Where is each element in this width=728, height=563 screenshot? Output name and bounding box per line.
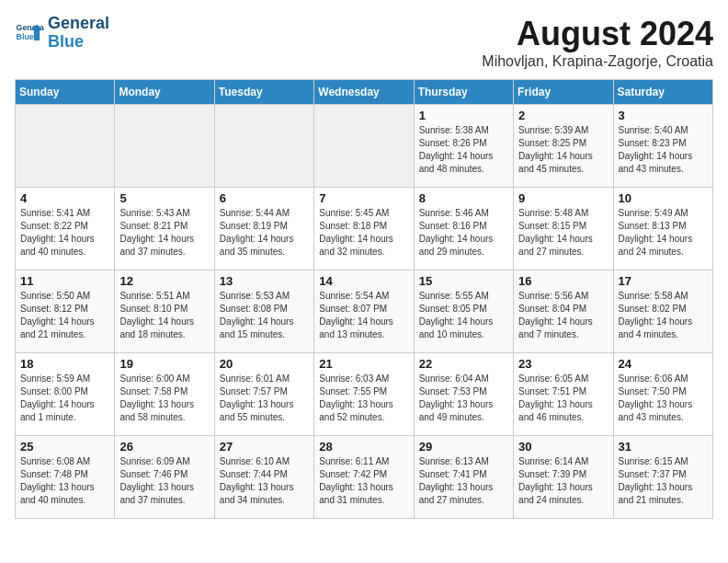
- day-info: Sunrise: 6:14 AM Sunset: 7:39 PM Dayligh…: [518, 455, 608, 507]
- day-header-thursday: Thursday: [414, 80, 513, 105]
- day-number: 12: [119, 274, 209, 288]
- day-info: Sunrise: 5:49 AM Sunset: 8:13 PM Dayligh…: [619, 207, 708, 259]
- calendar-cell: 17Sunrise: 5:58 AM Sunset: 8:02 PM Dayli…: [613, 270, 712, 353]
- calendar-cell: 3Sunrise: 5:40 AM Sunset: 8:23 PM Daylig…: [613, 105, 712, 188]
- day-info: Sunrise: 6:00 AM Sunset: 7:58 PM Dayligh…: [119, 373, 209, 424]
- day-number: 18: [20, 357, 109, 371]
- day-number: 7: [319, 191, 408, 205]
- calendar-table: SundayMondayTuesdayWednesdayThursdayFrid…: [15, 79, 713, 519]
- day-number: 16: [518, 274, 608, 288]
- calendar-cell: [115, 105, 214, 188]
- week-row-1: 1Sunrise: 5:38 AM Sunset: 8:26 PM Daylig…: [16, 105, 713, 188]
- day-info: Sunrise: 6:03 AM Sunset: 7:55 PM Dayligh…: [319, 373, 408, 424]
- calendar-cell: 15Sunrise: 5:55 AM Sunset: 8:05 PM Dayli…: [414, 270, 513, 353]
- calendar-cell: 12Sunrise: 5:51 AM Sunset: 8:10 PM Dayli…: [115, 270, 214, 353]
- location-title: Mihovljan, Krapina-Zagorje, Croatia: [482, 53, 713, 70]
- day-number: 21: [319, 357, 408, 371]
- calendar-cell: [214, 105, 313, 188]
- day-number: 26: [119, 440, 209, 454]
- day-number: 6: [220, 191, 309, 205]
- day-number: 17: [619, 274, 708, 288]
- day-info: Sunrise: 5:48 AM Sunset: 8:15 PM Dayligh…: [518, 207, 608, 259]
- calendar-cell: [16, 105, 115, 188]
- calendar-cell: 6Sunrise: 5:44 AM Sunset: 8:19 PM Daylig…: [214, 188, 313, 270]
- calendar-cell: 26Sunrise: 6:09 AM Sunset: 7:46 PM Dayli…: [115, 436, 214, 519]
- day-header-wednesday: Wednesday: [314, 80, 414, 105]
- week-row-2: 4Sunrise: 5:41 AM Sunset: 8:22 PM Daylig…: [16, 188, 713, 270]
- calendar-cell: 29Sunrise: 6:13 AM Sunset: 7:41 PM Dayli…: [414, 436, 513, 519]
- calendar-cell: 16Sunrise: 5:56 AM Sunset: 8:04 PM Dayli…: [514, 270, 613, 353]
- day-info: Sunrise: 6:05 AM Sunset: 7:51 PM Dayligh…: [518, 373, 608, 424]
- calendar-cell: 18Sunrise: 5:59 AM Sunset: 8:00 PM Dayli…: [16, 353, 115, 436]
- day-number: 5: [119, 191, 209, 205]
- week-row-4: 18Sunrise: 5:59 AM Sunset: 8:00 PM Dayli…: [16, 353, 713, 436]
- calendar-cell: 20Sunrise: 6:01 AM Sunset: 7:57 PM Dayli…: [214, 353, 313, 436]
- day-header-saturday: Saturday: [613, 80, 712, 105]
- day-number: 15: [419, 274, 508, 288]
- calendar-cell: 4Sunrise: 5:41 AM Sunset: 8:22 PM Daylig…: [16, 188, 115, 270]
- day-number: 22: [419, 357, 508, 371]
- day-number: 11: [20, 274, 109, 288]
- day-info: Sunrise: 5:53 AM Sunset: 8:08 PM Dayligh…: [220, 290, 309, 341]
- calendar-cell: 5Sunrise: 5:43 AM Sunset: 8:21 PM Daylig…: [115, 188, 214, 270]
- day-number: 31: [619, 440, 708, 454]
- day-number: 20: [220, 357, 309, 371]
- day-info: Sunrise: 6:08 AM Sunset: 7:48 PM Dayligh…: [20, 455, 109, 507]
- day-number: 4: [20, 191, 109, 205]
- day-number: 2: [518, 109, 608, 122]
- day-number: 14: [319, 274, 408, 288]
- day-info: Sunrise: 6:06 AM Sunset: 7:50 PM Dayligh…: [619, 373, 708, 424]
- logo-icon: General Blue: [15, 18, 44, 48]
- calendar-cell: 8Sunrise: 5:46 AM Sunset: 8:16 PM Daylig…: [414, 188, 513, 270]
- day-info: Sunrise: 5:58 AM Sunset: 8:02 PM Dayligh…: [619, 290, 708, 341]
- day-info: Sunrise: 6:10 AM Sunset: 7:44 PM Dayligh…: [220, 455, 309, 507]
- header: General Blue General Blue August 2024 Mi…: [15, 15, 713, 70]
- week-row-5: 25Sunrise: 6:08 AM Sunset: 7:48 PM Dayli…: [16, 436, 713, 519]
- calendar-cell: 21Sunrise: 6:03 AM Sunset: 7:55 PM Dayli…: [314, 353, 414, 436]
- day-info: Sunrise: 5:51 AM Sunset: 8:10 PM Dayligh…: [119, 290, 209, 341]
- calendar-cell: 31Sunrise: 6:15 AM Sunset: 7:37 PM Dayli…: [613, 436, 712, 519]
- calendar-cell: 23Sunrise: 6:05 AM Sunset: 7:51 PM Dayli…: [514, 353, 613, 436]
- calendar-cell: 10Sunrise: 5:49 AM Sunset: 8:13 PM Dayli…: [613, 188, 712, 270]
- calendar-body: 1Sunrise: 5:38 AM Sunset: 8:26 PM Daylig…: [16, 105, 713, 519]
- calendar-cell: [314, 105, 414, 188]
- day-number: 29: [419, 440, 508, 454]
- logo: General Blue General Blue: [15, 15, 109, 52]
- day-info: Sunrise: 5:55 AM Sunset: 8:05 PM Dayligh…: [419, 290, 508, 341]
- day-info: Sunrise: 6:09 AM Sunset: 7:46 PM Dayligh…: [119, 455, 209, 507]
- day-number: 13: [220, 274, 309, 288]
- day-header-sunday: Sunday: [16, 80, 115, 105]
- day-info: Sunrise: 5:38 AM Sunset: 8:26 PM Dayligh…: [419, 124, 508, 176]
- calendar-cell: 11Sunrise: 5:50 AM Sunset: 8:12 PM Dayli…: [16, 270, 115, 353]
- calendar-cell: 22Sunrise: 6:04 AM Sunset: 7:53 PM Dayli…: [414, 353, 513, 436]
- week-row-3: 11Sunrise: 5:50 AM Sunset: 8:12 PM Dayli…: [16, 270, 713, 353]
- calendar-cell: 14Sunrise: 5:54 AM Sunset: 8:07 PM Dayli…: [314, 270, 414, 353]
- day-number: 10: [619, 191, 708, 205]
- calendar-cell: 1Sunrise: 5:38 AM Sunset: 8:26 PM Daylig…: [414, 105, 513, 188]
- day-number: 27: [220, 440, 309, 454]
- day-info: Sunrise: 5:43 AM Sunset: 8:21 PM Dayligh…: [119, 207, 209, 259]
- day-info: Sunrise: 5:46 AM Sunset: 8:16 PM Dayligh…: [419, 207, 508, 259]
- calendar-cell: 7Sunrise: 5:45 AM Sunset: 8:18 PM Daylig…: [314, 188, 414, 270]
- logo-text: General Blue: [48, 15, 109, 52]
- calendar-cell: 9Sunrise: 5:48 AM Sunset: 8:15 PM Daylig…: [514, 188, 613, 270]
- day-info: Sunrise: 5:54 AM Sunset: 8:07 PM Dayligh…: [319, 290, 408, 341]
- day-info: Sunrise: 5:59 AM Sunset: 8:00 PM Dayligh…: [20, 373, 109, 424]
- day-info: Sunrise: 6:04 AM Sunset: 7:53 PM Dayligh…: [419, 373, 508, 424]
- title-area: August 2024 Mihovljan, Krapina-Zagorje, …: [482, 15, 713, 70]
- day-number: 19: [119, 357, 209, 371]
- svg-text:General: General: [17, 23, 44, 32]
- calendar-header-row: SundayMondayTuesdayWednesdayThursdayFrid…: [16, 80, 713, 105]
- calendar-cell: 2Sunrise: 5:39 AM Sunset: 8:25 PM Daylig…: [514, 105, 613, 188]
- day-number: 30: [518, 440, 608, 454]
- calendar-cell: 13Sunrise: 5:53 AM Sunset: 8:08 PM Dayli…: [214, 270, 313, 353]
- day-info: Sunrise: 6:15 AM Sunset: 7:37 PM Dayligh…: [619, 455, 708, 507]
- day-info: Sunrise: 5:44 AM Sunset: 8:19 PM Dayligh…: [220, 207, 309, 259]
- day-header-tuesday: Tuesday: [214, 80, 313, 105]
- calendar-cell: 27Sunrise: 6:10 AM Sunset: 7:44 PM Dayli…: [214, 436, 313, 519]
- day-info: Sunrise: 5:40 AM Sunset: 8:23 PM Dayligh…: [619, 124, 708, 176]
- day-number: 23: [518, 357, 608, 371]
- day-info: Sunrise: 5:45 AM Sunset: 8:18 PM Dayligh…: [319, 207, 408, 259]
- svg-text:Blue: Blue: [17, 32, 34, 41]
- day-info: Sunrise: 5:39 AM Sunset: 8:25 PM Dayligh…: [518, 124, 608, 176]
